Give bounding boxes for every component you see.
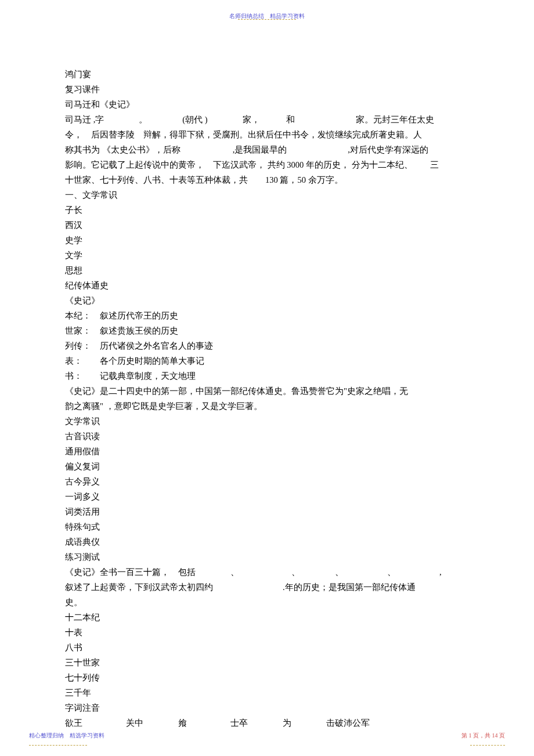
line-1: 复习课件: [65, 82, 471, 97]
footer-underline-left: [29, 745, 87, 746]
line-20: 书： 记载典章制度，天文地理: [65, 368, 471, 384]
line-4: 令， 后因替李陵 辩解，得罪下狱，受腐刑。出狱后任中书令，发愤继续完成所著史籍。…: [65, 127, 471, 142]
line-13: 思想: [65, 263, 471, 278]
line-9: 子长: [65, 202, 471, 218]
line-12: 文学: [65, 248, 471, 263]
line-43: 欲王 关中 飨 士卒 为 击破沛公军: [65, 715, 471, 730]
footer-underline-right: [470, 745, 505, 746]
footer-left-text: 精心整理归纳 精选学习资料: [29, 732, 104, 740]
line-6: 影响。它记载了上起传说中的黄帝， 下迄汉武帝， 共约 3000 年的历史， 分为…: [65, 157, 471, 172]
line-38: 八书: [65, 640, 471, 655]
line-7: 十世家、七十列传、八书、十表等五种体裁，共 130 篇，50 余万字。: [65, 172, 471, 187]
line-34: 叙述了上起黄帝，下到汉武帝太初四约 .年的历史；是我国第一部纪传体通: [65, 580, 471, 595]
line-3: 司马迁 ,字 。 (朝代 ) 家， 和 家。元封三年任太史: [65, 112, 471, 127]
line-2: 司马迁和《史记》: [65, 97, 471, 112]
document-body: 鸿门宴 复习课件 司马迁和《史记》 司马迁 ,字 。 (朝代 ) 家， 和 家。…: [65, 67, 471, 730]
line-29: 词类活用: [65, 504, 471, 519]
line-24: 古音识读: [65, 429, 471, 444]
line-10: 西汉: [65, 218, 471, 233]
line-35: 史。: [65, 595, 471, 610]
line-19: 表： 各个历史时期的简单大事记: [65, 353, 471, 368]
line-25: 通用假借: [65, 444, 471, 459]
line-37: 十表: [65, 625, 471, 640]
line-18: 列传： 历代诸侯之外名官名人的事迹: [65, 338, 471, 353]
line-5: 称其书为 《太史公书》，后称 ,是我国最早的 ,对后代史学有深远的: [65, 142, 471, 157]
line-40: 七十列传: [65, 670, 471, 685]
header-underline: [238, 19, 296, 20]
line-41: 三千年: [65, 685, 471, 700]
footer-page-number: 第 1 页，共 14 页: [461, 732, 505, 740]
line-8: 一、文学常识: [65, 187, 471, 202]
line-22: 韵之离骚" ，意即它既是史学巨著，又是文学巨著。: [65, 399, 471, 414]
line-15: 《史记》: [65, 293, 471, 308]
line-16: 本纪： 叙述历代帝王的历史: [65, 308, 471, 323]
line-23: 文学常识: [65, 414, 471, 429]
line-36: 十二本纪: [65, 610, 471, 625]
line-32: 练习测试: [65, 549, 471, 565]
line-11: 史学: [65, 233, 471, 248]
line-39: 三十世家: [65, 655, 471, 670]
line-28: 一词多义: [65, 489, 471, 504]
line-33: 《史记》全书一百三十篇， 包括 、 、 、 、 ,: [65, 565, 471, 580]
line-26: 偏义复词: [65, 459, 471, 474]
line-27: 古今异义: [65, 474, 471, 489]
line-17: 世家： 叙述贵族王侯的历史: [65, 323, 471, 338]
line-0: 鸿门宴: [65, 67, 471, 82]
line-42: 字词注音: [65, 700, 471, 715]
line-30: 特殊句式: [65, 519, 471, 534]
line-31: 成语典仪: [65, 534, 471, 549]
line-21: 《史记》是二十四史中的第一部，中国第一部纪传体通史。鲁迅赞誉它为"史家之绝唱，无: [65, 384, 471, 399]
line-14: 纪传体通史: [65, 278, 471, 293]
